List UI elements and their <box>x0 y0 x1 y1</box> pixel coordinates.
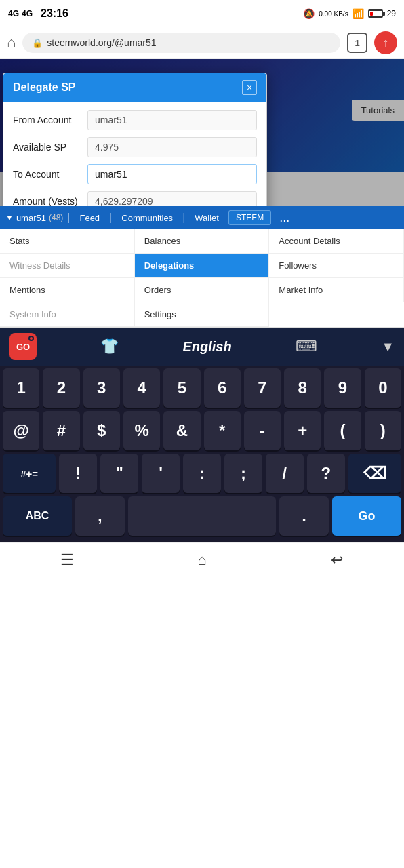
menu-item-delegations[interactable]: Delegations <box>135 254 270 278</box>
keyboard: GO 👕 English ⌨ ▼ 1 2 3 4 5 6 7 8 9 0 @ #… <box>0 328 404 542</box>
kb-key-question[interactable]: ? <box>307 454 345 493</box>
delegate-sp-dialog: Delegate SP × From Account umar51 Availa… <box>3 73 267 206</box>
kb-key-abc[interactable]: ABC <box>3 496 72 536</box>
menu-grid: Stats Balances Account Details Witness D… <box>0 229 404 328</box>
from-account-value: umar51 <box>87 110 257 130</box>
system-nav: ☰ ⌂ ↩ <box>0 542 404 577</box>
kb-key-1[interactable]: 1 <box>3 368 39 408</box>
available-sp-row: Available SP 4.975 <box>13 137 257 157</box>
menu-item-account-details[interactable]: Account Details <box>269 229 404 254</box>
wifi-icon: 📶 <box>352 8 364 19</box>
from-account-row: From Account umar51 <box>13 110 257 130</box>
kb-row-bottom: ABC , . Go <box>3 496 401 536</box>
dialog-title-bar: Delegate SP × <box>3 73 266 102</box>
kb-collapse-icon[interactable]: ▼ <box>381 339 395 355</box>
available-sp-label: Available SP <box>13 142 87 153</box>
menu-item-mentions[interactable]: Mentions <box>0 278 135 302</box>
available-sp-value: 4.975 <box>87 137 257 157</box>
kb-key-8[interactable]: 8 <box>284 368 321 408</box>
kb-key-5[interactable]: 5 <box>163 368 200 408</box>
amount-vests-row: Amount (Vests) 4,629.297209 <box>13 191 257 206</box>
web-content: 52.81% STEEM news October 2021 romoted /… <box>0 59 404 206</box>
to-account-input[interactable] <box>87 164 257 184</box>
nav-link-communities[interactable]: Communities <box>116 212 178 224</box>
url-text: steemworld.org/@umar51 <box>47 37 156 48</box>
status-bar: 4G 4G 23:16 🔕 0.00 KB/s 📶 29 <box>0 0 404 27</box>
kb-key-ampersand[interactable]: & <box>163 411 200 450</box>
kb-key-0[interactable]: 0 <box>365 368 401 408</box>
kb-key-slash[interactable]: / <box>266 454 304 493</box>
kb-key-space[interactable] <box>128 496 276 536</box>
menu-item-witness-details[interactable]: Witness Details <box>0 254 135 278</box>
status-left: 4G 4G 23:16 <box>8 7 68 20</box>
home-button[interactable]: ⌂ <box>7 34 16 52</box>
arrow-indicator <box>350 195 390 206</box>
kb-shirt-icon[interactable]: 👕 <box>100 338 119 355</box>
dialog-close-button[interactable]: × <box>242 80 257 95</box>
data-speed: 0.00 KB/s <box>319 10 348 18</box>
menu-item-orders[interactable]: Orders <box>135 278 270 302</box>
upload-button[interactable]: ↑ <box>374 31 397 54</box>
nav-bar: ▼ umar51 (48) | Feed | Communities | Wal… <box>0 206 404 229</box>
menu-item-market-info[interactable]: Market Info <box>269 278 404 302</box>
kb-key-comma[interactable]: , <box>75 496 125 536</box>
nav-sep-3: | <box>182 212 185 224</box>
kb-key-squote[interactable]: ' <box>142 454 180 493</box>
kb-key-9[interactable]: 9 <box>324 368 361 408</box>
signal1-icon: 4G <box>8 9 19 18</box>
menu-item-stats[interactable]: Stats <box>0 229 135 254</box>
sys-nav-back[interactable]: ↩ <box>317 547 357 574</box>
url-bar[interactable]: 🔒 steemworld.org/@umar51 <box>22 33 340 53</box>
kb-key-colon[interactable]: : <box>183 454 221 493</box>
nav-link-feed[interactable]: Feed <box>74 212 105 224</box>
dropdown-icon: ▼ <box>5 213 14 222</box>
kb-key-3[interactable]: 3 <box>83 368 120 408</box>
amount-vests-label: Amount (Vests) <box>13 196 87 206</box>
kb-language[interactable]: English <box>182 339 231 355</box>
status-time: 23:16 <box>41 7 68 20</box>
kb-emoji-icon[interactable]: ⌨ <box>296 338 317 355</box>
to-account-label: To Account <box>13 169 87 180</box>
menu-item-settings[interactable]: Settings <box>135 302 270 327</box>
sys-nav-home[interactable]: ⌂ <box>182 547 222 574</box>
kb-key-more-symbols[interactable]: #+= <box>3 454 56 493</box>
kb-rows: 1 2 3 4 5 6 7 8 9 0 @ # $ % & * - + ( ) … <box>0 366 404 542</box>
kb-key-at[interactable]: @ <box>3 411 39 450</box>
kb-key-semicolon[interactable]: ; <box>224 454 262 493</box>
nav-steem-button[interactable]: STEEM <box>228 210 271 225</box>
kb-row-symbols1: @ # $ % & * - + ( ) <box>3 411 401 450</box>
kb-key-plus[interactable]: + <box>284 411 321 450</box>
sys-nav-menu[interactable]: ☰ <box>47 547 87 574</box>
menu-item-followers[interactable]: Followers <box>269 254 404 278</box>
kb-key-4[interactable]: 4 <box>123 368 160 408</box>
menu-item-system-info[interactable]: System Info <box>0 302 135 327</box>
battery-icon <box>368 9 383 18</box>
kb-toolbar: GO 👕 English ⌨ ▼ <box>0 328 404 366</box>
nav-more-button[interactable]: ... <box>275 211 294 225</box>
kb-key-period[interactable]: . <box>279 496 329 536</box>
kb-key-dollar[interactable]: $ <box>83 411 120 450</box>
to-account-row: To Account <box>13 164 257 184</box>
status-right: 🔕 0.00 KB/s 📶 29 <box>303 8 396 19</box>
menu-item-balances[interactable]: Balances <box>135 229 270 254</box>
kb-key-percent[interactable]: % <box>123 411 160 450</box>
kb-key-lparen[interactable]: ( <box>324 411 361 450</box>
nav-user[interactable]: ▼ umar51 (48) <box>5 213 63 223</box>
kb-key-backspace[interactable]: ⌫ <box>348 454 401 493</box>
signal2-icon: 4G <box>22 9 33 18</box>
kb-key-6[interactable]: 6 <box>204 368 241 408</box>
kb-go-app-button[interactable]: GO <box>9 333 37 360</box>
kb-key-7[interactable]: 7 <box>244 368 281 408</box>
browser-bar: ⌂ 🔒 steemworld.org/@umar51 1 ↑ <box>0 27 404 59</box>
tab-button[interactable]: 1 <box>347 33 367 53</box>
kb-key-exclaim[interactable]: ! <box>59 454 97 493</box>
kb-key-go[interactable]: Go <box>332 496 401 536</box>
kb-key-minus[interactable]: - <box>244 411 281 450</box>
kb-key-hash[interactable]: # <box>43 411 79 450</box>
kb-key-rparen[interactable]: ) <box>365 411 401 450</box>
nav-link-wallet[interactable]: Wallet <box>189 212 224 224</box>
kb-key-asterisk[interactable]: * <box>204 411 241 450</box>
kb-key-2[interactable]: 2 <box>43 368 79 408</box>
dialog-body: From Account umar51 Available SP 4.975 T… <box>3 102 266 206</box>
kb-key-dquote[interactable]: " <box>100 454 138 493</box>
